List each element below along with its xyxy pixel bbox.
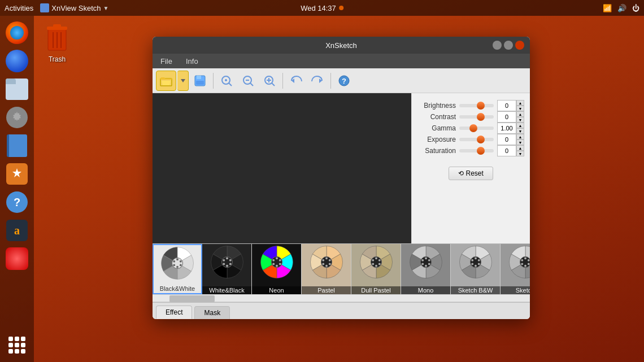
slider-row-gamma: Gamma1.00▲▼ xyxy=(417,123,524,134)
menu-file[interactable]: File xyxy=(157,56,176,67)
svg-point-74 xyxy=(471,259,473,261)
recording-dot xyxy=(339,6,343,10)
sliders-container: Brightness0▲▼Contrast0▲▼Gamma1.00▲▼Expos… xyxy=(417,100,524,156)
slider-thumb-gamma[interactable] xyxy=(469,124,477,132)
svg-line-14 xyxy=(229,83,232,86)
slider-row-contrast: Contrast0▲▼ xyxy=(417,111,524,123)
effect-item-pastel[interactable]: Pastel xyxy=(302,244,351,294)
svg-point-49 xyxy=(328,259,330,261)
help-toolbar-button[interactable]: ? xyxy=(334,71,354,91)
slider-track-contrast[interactable] xyxy=(459,115,494,119)
effect-thumb-1 xyxy=(202,244,251,282)
zoom-in-button[interactable] xyxy=(216,71,237,91)
zoom-out-button[interactable] xyxy=(238,71,258,91)
svg-point-45 xyxy=(272,263,275,265)
window-menubar: File Info xyxy=(153,54,530,68)
svg-point-58 xyxy=(375,265,377,267)
spinner-up-exposure[interactable]: ▲ xyxy=(516,134,524,139)
sidebar-item-settings[interactable] xyxy=(5,105,29,130)
spinner-down-saturation[interactable]: ▼ xyxy=(516,151,524,156)
open-folder-button[interactable] xyxy=(156,71,176,91)
right-panel: Brightness0▲▼Contrast0▲▼Gamma1.00▲▼Expos… xyxy=(411,93,530,243)
slider-value-exposure[interactable]: 0 xyxy=(497,134,516,145)
effect-item-sketch[interactable]: Sketch xyxy=(501,244,530,294)
effect-item-mono[interactable]: Mono xyxy=(401,244,451,294)
svg-point-27 xyxy=(176,259,179,261)
slider-thumb-contrast[interactable] xyxy=(477,113,485,121)
effect-item-sketch-b-w[interactable]: Sketch B&W xyxy=(451,244,501,294)
svg-point-39 xyxy=(223,259,225,261)
minimize-button[interactable] xyxy=(493,41,502,50)
spinner-up-contrast[interactable]: ▲ xyxy=(516,111,524,117)
spinner-down-contrast[interactable]: ▼ xyxy=(516,117,524,123)
activities-button[interactable]: Activities xyxy=(5,4,33,12)
settings-icon xyxy=(6,107,28,128)
trash-desktop-item[interactable]: Trash xyxy=(42,21,72,63)
svg-point-78 xyxy=(527,263,529,265)
redo-button[interactable] xyxy=(307,71,328,91)
slider-track-exposure[interactable] xyxy=(459,138,494,141)
svg-point-76 xyxy=(524,258,526,260)
svg-point-55 xyxy=(375,258,377,260)
effect-item-neon[interactable]: Neon xyxy=(252,244,302,294)
effect-wheel-5 xyxy=(404,244,447,285)
slider-track-brightness[interactable] xyxy=(459,104,494,107)
sidebar-item-amazon[interactable]: a xyxy=(5,218,29,243)
close-button[interactable] xyxy=(515,41,524,50)
spinner-down-brightness[interactable]: ▼ xyxy=(516,106,524,111)
spinner-down-gamma[interactable]: ▼ xyxy=(516,128,524,134)
sidebar-item-appstore[interactable] xyxy=(5,162,29,186)
help-icon: ? xyxy=(6,191,28,213)
sidebar-item-files[interactable] xyxy=(5,77,29,102)
save-button[interactable] xyxy=(190,71,210,91)
window-toolbar: ? xyxy=(153,68,530,93)
effect-thumb-4 xyxy=(351,244,401,282)
rocket-icon xyxy=(6,247,28,270)
svg-point-51 xyxy=(325,265,328,267)
sidebar-item-firefox[interactable] xyxy=(5,20,29,45)
scrollbar-thumb[interactable] xyxy=(169,295,215,302)
svg-point-0 xyxy=(15,116,19,119)
undo-button[interactable] xyxy=(286,71,306,91)
desktop: Activities XnView Sketch ▼ Wed 14:37 📶 🔊… xyxy=(0,0,644,362)
sidebar-item-rocket[interactable] xyxy=(5,246,29,271)
slider-value-gamma[interactable]: 1.00 xyxy=(497,123,516,134)
effect-item-white-black[interactable]: White&Black xyxy=(202,244,252,294)
slider-thumb-brightness[interactable] xyxy=(477,102,485,110)
spinner-down-exposure[interactable]: ▼ xyxy=(516,139,524,145)
slider-thumb-exposure[interactable] xyxy=(477,136,485,143)
spinner-up-saturation[interactable]: ▲ xyxy=(516,145,524,151)
slider-value-contrast[interactable]: 0 xyxy=(497,111,516,123)
slider-value-brightness[interactable]: 0 xyxy=(497,100,516,111)
slider-thumb-saturation[interactable] xyxy=(477,147,485,155)
app-indicator: XnView Sketch ▼ xyxy=(40,3,108,12)
slider-label-saturation: Saturation xyxy=(417,147,456,155)
spinner-up-gamma[interactable]: ▲ xyxy=(516,123,524,128)
horizontal-scrollbar[interactable] xyxy=(153,294,530,302)
svg-line-17 xyxy=(250,83,253,86)
maximize-button[interactable] xyxy=(504,41,513,50)
tab-mask[interactable]: Mask xyxy=(194,306,230,319)
slider-track-saturation[interactable] xyxy=(459,149,494,152)
svg-text:?: ? xyxy=(342,77,346,85)
svg-point-56 xyxy=(378,259,380,261)
chevron-down-icon: ▼ xyxy=(103,5,109,11)
canvas-area[interactable] xyxy=(153,93,411,243)
zoom-fit-button[interactable] xyxy=(259,71,280,91)
sidebar-item-thunderbird[interactable] xyxy=(5,49,29,73)
menu-info[interactable]: Info xyxy=(182,56,202,67)
slider-label-brightness: Brightness xyxy=(417,102,456,110)
open-file-dropdown-button[interactable] xyxy=(177,71,189,91)
sidebar-dock: ? a xyxy=(0,16,34,362)
sidebar-item-help[interactable]: ? xyxy=(5,190,29,215)
reset-button[interactable]: ⟲ Reset xyxy=(449,167,493,180)
spinner-up-brightness[interactable]: ▲ xyxy=(516,100,524,106)
bottom-tabs: EffectMask xyxy=(153,302,530,319)
slider-track-gamma[interactable] xyxy=(459,127,494,130)
slider-value-saturation[interactable]: 0 xyxy=(497,145,516,156)
sidebar-item-writer[interactable] xyxy=(5,133,29,158)
sidebar-item-grid[interactable] xyxy=(5,333,29,357)
effect-item-black-white[interactable]: Black&White xyxy=(153,244,202,294)
effect-item-dull-pastel[interactable]: Dull Pastel xyxy=(351,244,401,294)
tab-effect[interactable]: Effect xyxy=(156,306,192,319)
